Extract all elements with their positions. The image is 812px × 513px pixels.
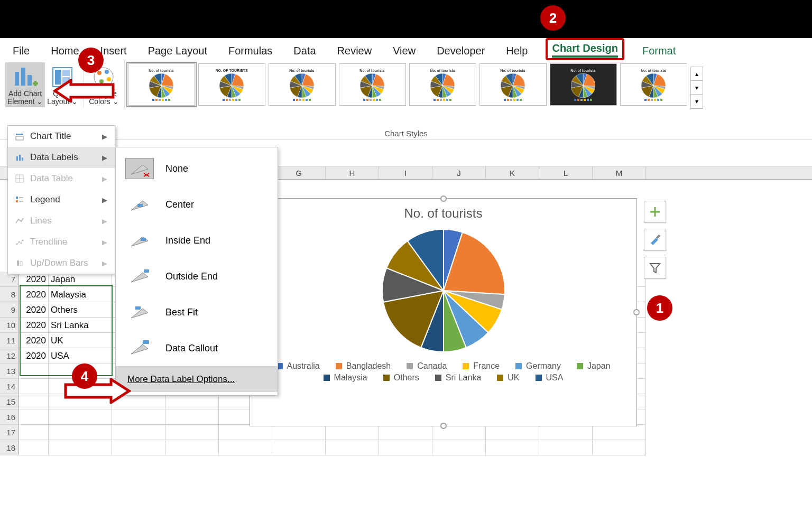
cell[interactable] bbox=[49, 440, 112, 455]
submenu-data-callout[interactable]: Data Callout bbox=[116, 330, 278, 366]
cell[interactable] bbox=[165, 440, 219, 455]
cell[interactable] bbox=[19, 409, 49, 424]
row-header[interactable]: 9 bbox=[0, 302, 19, 317]
cell[interactable]: Sri Lanka bbox=[49, 318, 112, 332]
cell[interactable] bbox=[112, 440, 165, 455]
col-header-h[interactable]: H bbox=[326, 166, 379, 179]
tab-file[interactable]: File bbox=[10, 44, 33, 58]
chart-style-6[interactable]: No. of tourists bbox=[479, 63, 547, 106]
tab-formulas[interactable]: Formulas bbox=[225, 44, 275, 58]
submenu-none[interactable]: None bbox=[116, 151, 278, 186]
cell[interactable]: 2020 bbox=[19, 287, 49, 302]
chart-handle-right[interactable] bbox=[633, 309, 640, 315]
chart-style-8[interactable]: No. of tourists bbox=[620, 63, 687, 106]
cell[interactable]: 2020 bbox=[19, 318, 49, 332]
col-header-i[interactable]: I bbox=[379, 166, 432, 179]
legend-item-others[interactable]: Others bbox=[383, 373, 419, 383]
menu-chart-title[interactable]: Chart Title▶ bbox=[8, 126, 115, 147]
menu-data-labels[interactable]: Data Labels▶ bbox=[8, 147, 115, 168]
table-row[interactable]: 17 bbox=[0, 425, 646, 440]
chart-title[interactable]: No. of tourists bbox=[250, 206, 636, 221]
legend-item-canada[interactable]: Canada bbox=[407, 361, 447, 371]
embedded-chart[interactable]: No. of tourists AustraliaBangladeshCanad… bbox=[250, 198, 637, 426]
gallery-scroll-up[interactable]: ▴ bbox=[691, 67, 703, 81]
chart-filters-button[interactable] bbox=[644, 257, 666, 279]
cell[interactable] bbox=[219, 425, 272, 440]
cell[interactable] bbox=[219, 440, 272, 455]
cell[interactable] bbox=[19, 425, 49, 440]
cell[interactable]: 2020 bbox=[19, 333, 49, 348]
tab-page-layout[interactable]: Page Layout bbox=[145, 44, 210, 58]
submenu-best-fit[interactable]: Best Fit bbox=[116, 294, 278, 330]
chart-style-4[interactable]: No. of tourists bbox=[339, 63, 406, 106]
cell[interactable] bbox=[165, 425, 219, 440]
cell[interactable] bbox=[19, 440, 49, 455]
cell[interactable] bbox=[165, 409, 219, 424]
tab-data[interactable]: Data bbox=[290, 44, 319, 58]
cell[interactable] bbox=[165, 394, 219, 409]
cell[interactable] bbox=[432, 440, 486, 455]
legend-item-france[interactable]: France bbox=[463, 361, 500, 371]
cell[interactable] bbox=[486, 425, 539, 440]
menu-legend[interactable]: Legend▶ bbox=[8, 189, 115, 210]
gallery-more-button[interactable]: ▾ bbox=[691, 95, 703, 108]
row-header[interactable]: 18 bbox=[0, 440, 19, 455]
cell[interactable] bbox=[19, 394, 49, 409]
tab-review[interactable]: Review bbox=[334, 44, 375, 58]
cell[interactable] bbox=[49, 409, 112, 424]
submenu-inside-end[interactable]: Inside End bbox=[116, 222, 278, 258]
cell[interactable]: USA bbox=[49, 348, 112, 363]
cell[interactable] bbox=[326, 440, 379, 455]
cell[interactable] bbox=[379, 425, 432, 440]
legend-item-sri-lanka[interactable]: Sri Lanka bbox=[435, 373, 482, 383]
submenu-outside-end[interactable]: Outside End bbox=[116, 258, 278, 294]
cell[interactable] bbox=[272, 425, 326, 440]
chart-style-2[interactable]: NO. OF TOURISTS bbox=[198, 63, 265, 106]
row-header[interactable]: 16 bbox=[0, 409, 19, 424]
tab-format[interactable]: Format bbox=[639, 44, 679, 58]
submenu-more-options[interactable]: More Data Label Options... bbox=[116, 366, 278, 392]
row-header[interactable]: 8 bbox=[0, 287, 19, 302]
row-header[interactable]: 14 bbox=[0, 379, 19, 394]
chart-styles-button[interactable] bbox=[644, 229, 666, 251]
tab-home[interactable]: Home bbox=[48, 44, 82, 58]
cell[interactable] bbox=[272, 440, 326, 455]
cell[interactable]: UK bbox=[49, 333, 112, 348]
col-header-g[interactable]: G bbox=[272, 166, 326, 179]
chart-legend[interactable]: AustraliaBangladeshCanadaFranceGermanyJa… bbox=[250, 354, 636, 383]
row-header[interactable]: 15 bbox=[0, 394, 19, 409]
legend-item-usa[interactable]: USA bbox=[536, 373, 564, 383]
cell[interactable]: Malaysia bbox=[49, 287, 112, 302]
cell[interactable] bbox=[49, 425, 112, 440]
cell[interactable] bbox=[326, 425, 379, 440]
cell[interactable] bbox=[112, 425, 165, 440]
row-header[interactable]: 10 bbox=[0, 318, 19, 332]
cell[interactable] bbox=[486, 440, 539, 455]
col-header-m[interactable]: M bbox=[593, 166, 646, 179]
tab-help[interactable]: Help bbox=[503, 44, 531, 58]
cell[interactable]: 2020 bbox=[19, 302, 49, 317]
cell[interactable] bbox=[593, 425, 646, 440]
legend-item-germany[interactable]: Germany bbox=[515, 361, 561, 371]
col-header-k[interactable]: K bbox=[486, 166, 539, 179]
chart-handle-top[interactable] bbox=[440, 195, 447, 202]
submenu-center[interactable]: Center bbox=[116, 186, 278, 222]
row-header[interactable]: 11 bbox=[0, 333, 19, 348]
cell[interactable]: Others bbox=[49, 302, 112, 317]
chart-style-3[interactable]: No. of tourists bbox=[269, 63, 336, 106]
chart-elements-button[interactable] bbox=[644, 201, 666, 223]
chart-style-7[interactable]: No. of tourists bbox=[550, 63, 617, 106]
cell[interactable] bbox=[539, 440, 593, 455]
chart-handle-bottom[interactable] bbox=[440, 423, 447, 429]
row-header[interactable]: 13 bbox=[0, 363, 19, 378]
tab-developer[interactable]: Developer bbox=[433, 44, 488, 58]
row-header[interactable]: 12 bbox=[0, 348, 19, 363]
chart-style-5[interactable]: No. of tourists bbox=[409, 63, 476, 106]
col-header-l[interactable]: L bbox=[539, 166, 593, 179]
legend-item-australia[interactable]: Australia bbox=[276, 361, 320, 371]
cell[interactable] bbox=[112, 409, 165, 424]
cell[interactable] bbox=[379, 440, 432, 455]
legend-item-uk[interactable]: UK bbox=[497, 373, 519, 383]
col-header-j[interactable]: J bbox=[432, 166, 486, 179]
tab-view[interactable]: View bbox=[390, 44, 419, 58]
